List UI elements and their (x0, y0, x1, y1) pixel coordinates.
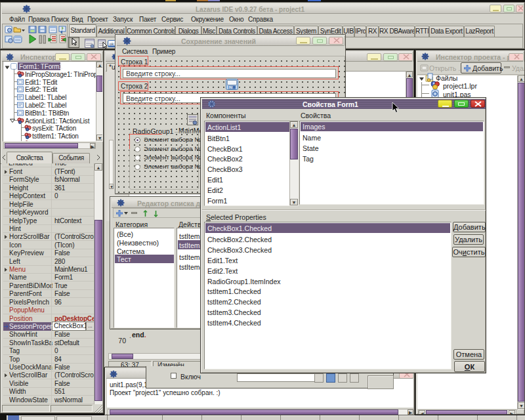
svg-text:INI: INI (229, 86, 233, 89)
svg-text:ok: ok (110, 42, 114, 46)
